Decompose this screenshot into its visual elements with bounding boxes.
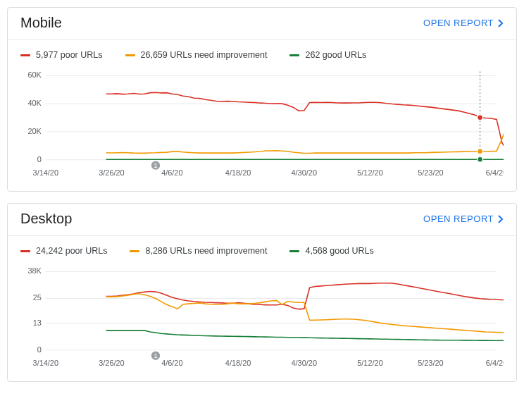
- svg-text:1: 1: [154, 352, 158, 359]
- svg-text:20K: 20K: [27, 127, 42, 135]
- open-report-button[interactable]: OPEN REPORT: [423, 18, 504, 28]
- card-header: Mobile OPEN REPORT: [8, 8, 516, 39]
- chart-mobile: 020K40K60K 1 3/14/203/26/204/6/204/18/20…: [8, 63, 516, 191]
- datapoint-good: [478, 156, 483, 162]
- svg-text:3/14/20: 3/14/20: [33, 168, 58, 177]
- svg-text:3/26/20: 3/26/20: [99, 168, 124, 177]
- chart-desktop: 0132538K 1 3/14/203/26/204/6/204/18/204/…: [8, 259, 516, 381]
- datapoint-poor: [478, 115, 483, 121]
- legend-label: 262 good URLs: [305, 50, 366, 60]
- open-report-label: OPEN REPORT: [423, 214, 494, 224]
- legend-item-needs: 8,286 URLs need improvement: [130, 246, 267, 256]
- card-mobile: Mobile OPEN REPORT 5,977 poor URLs 26,65…: [7, 7, 517, 192]
- svg-text:0: 0: [37, 155, 42, 163]
- open-report-button[interactable]: OPEN REPORT: [423, 214, 504, 224]
- legend-item-poor: 5,977 poor URLs: [20, 50, 103, 60]
- svg-text:6/4/20: 6/4/20: [486, 168, 504, 177]
- legend-swatch-poor: [20, 250, 30, 252]
- legend-item-good: 4,568 good URLs: [289, 246, 373, 256]
- card-header: Desktop OPEN REPORT: [8, 204, 516, 235]
- chevron-right-icon: [498, 215, 504, 223]
- annotation-marker[interactable]: 1: [151, 351, 161, 361]
- legend-item-poor: 24,242 poor URLs: [20, 246, 107, 256]
- annotation-marker[interactable]: 1: [151, 161, 161, 171]
- svg-text:4/18/20: 4/18/20: [225, 359, 251, 367]
- svg-text:25: 25: [33, 293, 42, 302]
- series-good: [106, 331, 504, 340]
- card-title: Mobile: [20, 15, 62, 31]
- legend-swatch-poor: [20, 54, 30, 56]
- svg-text:1: 1: [154, 161, 158, 169]
- legend-swatch-good: [289, 54, 299, 56]
- svg-text:13: 13: [33, 319, 42, 327]
- series-needs: [106, 294, 504, 333]
- svg-text:4/6/20: 4/6/20: [161, 359, 182, 367]
- series-needs: [106, 123, 504, 154]
- svg-text:5/23/20: 5/23/20: [418, 359, 443, 367]
- legend-item-needs: 26,659 URLs need improvement: [125, 50, 268, 60]
- svg-text:5/12/20: 5/12/20: [357, 168, 382, 177]
- open-report-label: OPEN REPORT: [423, 18, 494, 28]
- datapoint-needs: [478, 149, 483, 154]
- svg-text:4/30/20: 4/30/20: [292, 359, 317, 367]
- legend-label: 5,977 poor URLs: [36, 50, 103, 60]
- svg-text:0: 0: [37, 345, 42, 354]
- svg-text:40K: 40K: [27, 99, 42, 107]
- svg-text:4/30/20: 4/30/20: [292, 168, 317, 177]
- svg-text:4/18/20: 4/18/20: [225, 168, 251, 177]
- svg-text:3/14/20: 3/14/20: [33, 359, 58, 367]
- legend: 24,242 poor URLs 8,286 URLs need improve…: [8, 236, 516, 259]
- chevron-right-icon: [498, 19, 504, 27]
- svg-text:60K: 60K: [27, 70, 42, 79]
- legend-label: 26,659 URLs need improvement: [141, 50, 268, 60]
- legend-swatch-good: [289, 250, 299, 252]
- legend-item-good: 262 good URLs: [289, 50, 366, 60]
- legend-label: 8,286 URLs need improvement: [145, 246, 267, 256]
- svg-text:3/26/20: 3/26/20: [99, 359, 124, 367]
- legend: 5,977 poor URLs 26,659 URLs need improve…: [8, 40, 516, 63]
- legend-label: 4,568 good URLs: [305, 246, 373, 256]
- svg-text:4/6/20: 4/6/20: [161, 168, 182, 177]
- legend-swatch-needs: [125, 54, 135, 56]
- svg-text:6/4/20: 6/4/20: [486, 359, 504, 367]
- card-title: Desktop: [20, 211, 72, 227]
- svg-text:5/12/20: 5/12/20: [357, 359, 382, 367]
- legend-label: 24,242 poor URLs: [36, 246, 107, 256]
- svg-text:5/23/20: 5/23/20: [418, 168, 443, 177]
- legend-swatch-needs: [130, 250, 139, 252]
- svg-text:38K: 38K: [27, 266, 42, 275]
- series-poor: [106, 92, 504, 152]
- card-desktop: Desktop OPEN REPORT 24,242 poor URLs 8,2…: [7, 203, 517, 382]
